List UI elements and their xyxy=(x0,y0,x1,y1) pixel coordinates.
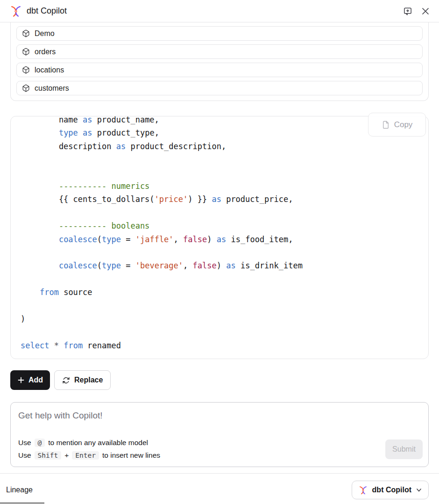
model-chip[interactable]: orders xyxy=(16,44,423,59)
footer-divider xyxy=(0,473,439,474)
code-content: name as product_name, type as product_ty… xyxy=(11,116,428,352)
cube-icon xyxy=(22,66,30,74)
cube-icon xyxy=(22,84,30,92)
copy-icon xyxy=(382,121,390,129)
add-button-label: Add xyxy=(28,376,43,384)
add-button[interactable]: Add xyxy=(10,370,50,390)
dbt-copilot-logo-icon xyxy=(9,5,22,18)
replace-button-label: Replace xyxy=(74,376,103,384)
kbd-at: @ xyxy=(35,439,45,447)
replace-button[interactable]: Replace xyxy=(54,370,111,390)
refresh-icon xyxy=(62,376,70,384)
submit-button[interactable]: Submit xyxy=(385,439,423,459)
composer-hints: Use @ to mention any available model Use… xyxy=(18,436,160,461)
kbd-shift: Shift xyxy=(35,451,62,460)
copy-button-label: Copy xyxy=(394,120,413,130)
add-to-editor-button[interactable] xyxy=(402,5,414,17)
model-chip-list: Demo orders locations customers xyxy=(10,22,429,101)
panel-title: dbt Copilot xyxy=(27,6,67,16)
tab-lineage[interactable]: Lineage xyxy=(6,483,33,497)
model-chip-label: locations xyxy=(35,66,64,74)
close-button[interactable] xyxy=(419,5,432,17)
close-icon xyxy=(421,7,430,15)
copilot-selector[interactable]: dbt Copilot xyxy=(352,481,429,499)
prompt-placeholder: Get help with Copilot! xyxy=(18,410,103,421)
plus-icon xyxy=(17,376,25,384)
hint-newline: Use Shift + Enter to insert new lines xyxy=(18,449,160,461)
model-chip-label: customers xyxy=(35,84,69,93)
cube-icon xyxy=(22,48,30,56)
prompt-input[interactable]: Get help with Copilot! Use @ to mention … xyxy=(10,402,429,467)
hint-mention: Use @ to mention any available model xyxy=(18,436,160,449)
tab-indicator xyxy=(0,502,44,504)
panel-header: dbt Copilot xyxy=(0,0,439,22)
model-chip-label: Demo xyxy=(35,29,55,38)
kbd-enter: Enter xyxy=(72,451,99,460)
copilot-selector-label: dbt Copilot xyxy=(372,486,411,494)
model-chip-label: orders xyxy=(35,48,56,56)
chevron-down-icon xyxy=(416,487,422,493)
model-chip[interactable]: locations xyxy=(16,63,423,77)
dbt-copilot-logo-icon xyxy=(358,485,368,495)
code-block: name as product_name, type as product_ty… xyxy=(10,116,429,359)
cube-icon xyxy=(22,29,30,37)
copy-button[interactable]: Copy xyxy=(368,113,426,137)
model-chip[interactable]: customers xyxy=(16,81,423,95)
insert-icon xyxy=(403,7,413,16)
model-chip[interactable]: Demo xyxy=(16,26,423,41)
